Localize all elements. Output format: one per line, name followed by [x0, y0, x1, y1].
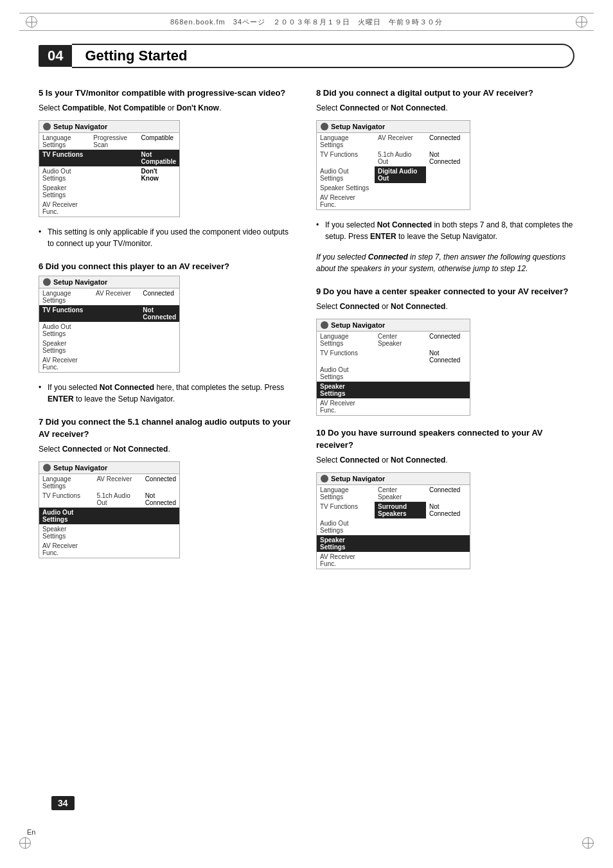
nav-row: TV Functions 5.1ch Audio Out Not Connect…: [317, 150, 470, 166]
nav-row: Language Settings Progressive Scan Compa…: [39, 133, 179, 150]
reg-mark-right: [576, 16, 587, 28]
step8-italic-note: If you selected Connected in step 7, the…: [316, 251, 574, 274]
nav-table-9: Language Settings Center Speaker Connect…: [317, 332, 470, 415]
setup-nav-title-8: Setup Navigator: [317, 121, 470, 133]
nav-row: Audio Out Settings: [39, 322, 179, 339]
nav-row: TV Functions Not Connected: [317, 348, 470, 365]
nav-table-8: Language Settings AV Receiver Connected …: [317, 133, 470, 209]
nav-table-10: Language Settings Center Speaker Connect…: [317, 485, 470, 569]
nav-icon-8: [321, 123, 328, 130]
setup-nav-step8: Setup Navigator Language Settings AV Rec…: [316, 120, 470, 210]
step6-bullet: If you selected Not Connected here, that…: [39, 382, 297, 405]
step8-bullet: If you selected Not Connected in both st…: [316, 219, 574, 242]
nav-row-highlight: Speaker Settings: [317, 382, 470, 398]
nav-row: Audio Out Settings: [317, 518, 470, 535]
setup-nav-step5: Setup Navigator Language Settings Progre…: [39, 120, 180, 217]
nav-icon-5: [43, 123, 51, 130]
step7-section: 7 Did you connect the 5.1 channel analog…: [39, 416, 297, 558]
step8-question: 8 Did you connect a digital output to yo…: [316, 87, 574, 99]
nav-row: Language Settings AV Receiver Connected: [39, 474, 179, 491]
chapter-number: 04: [39, 45, 72, 67]
nav-row: AV Receiver Func.: [39, 355, 179, 372]
nav-row: Speaker Settings: [39, 339, 179, 355]
step6-question: 6 Did you connect this player to an AV r…: [39, 261, 297, 272]
nav-row: AV Receiver Func.: [317, 398, 470, 415]
setup-nav-step10: Setup Navigator Language Settings Center…: [316, 472, 470, 569]
nav-table-7: Language Settings AV Receiver Connected …: [39, 474, 179, 558]
step8-section: 8 Did you connect a digital output to yo…: [316, 87, 574, 274]
nav-row-highlight: TV Functions Not Connected: [39, 305, 179, 322]
nav-row: AV Receiver Func.: [39, 200, 179, 217]
step7-question: 7 Did you connect the 5.1 channel analog…: [39, 416, 297, 439]
nav-row-highlight: Speaker Settings: [317, 535, 470, 552]
nav-row: Audio Out Settings: [317, 365, 470, 382]
step5-bullet: This setting is only applicable if you u…: [39, 226, 297, 249]
page-num-area: 34 En: [26, 828, 35, 836]
step8-instruction: Select Connected or Not Connected.: [316, 102, 574, 114]
reg-mark-left: [26, 16, 37, 28]
step10-instruction: Select Connected or Not Connected.: [316, 454, 574, 466]
file-meta: 868en.book.fm 34ページ ２００３年８月１９日 火曜日 午前９時３…: [170, 17, 443, 27]
nav-table-5: Language Settings Progressive Scan Compa…: [39, 133, 179, 217]
setup-nav-step7: Setup Navigator Language Settings AV Rec…: [39, 461, 180, 558]
page-number: 34: [51, 796, 75, 810]
step5-section: 5 Is your TV/monitor compatible with pro…: [39, 87, 297, 249]
top-bar: 868en.book.fm 34ページ ２００３年８月１９日 火曜日 午前９時３…: [19, 13, 594, 31]
nav-icon-10: [321, 475, 328, 483]
reg-mark-bottom-right: [582, 837, 594, 849]
bottom-reg-marks: [0, 837, 613, 849]
step5-question: 5 Is your TV/monitor compatible with pro…: [39, 87, 297, 99]
reg-mark-bottom-left: [19, 837, 31, 849]
nav-icon-9: [321, 321, 328, 329]
nav-row: Audio Out Settings Digital Audio Out: [317, 166, 470, 183]
nav-row: Language Settings Center Speaker Connect…: [317, 485, 470, 502]
nav-icon-7: [43, 464, 51, 472]
nav-row: Language Settings Center Speaker Connect…: [317, 332, 470, 348]
nav-row: Audio Out Settings Don't Know: [39, 166, 179, 183]
nav-row: TV Functions 5.1ch Audio Out Not Connect…: [39, 491, 179, 508]
nav-row: AV Receiver Func.: [317, 552, 470, 569]
nav-row: AV Receiver Func.: [39, 541, 179, 558]
nav-row-highlight: TV Functions Not Compatible: [39, 150, 179, 166]
nav-row: AV Receiver Func.: [317, 193, 470, 209]
step10-question: 10 Do you have surround speakers connect…: [316, 427, 574, 450]
nav-row: TV Functions Surround Speakers Not Conne…: [317, 502, 470, 518]
setup-nav-title-5: Setup Navigator: [39, 121, 179, 133]
step10-section: 10 Do you have surround speakers connect…: [316, 427, 574, 569]
page-sub: En: [27, 828, 35, 836]
step9-question: 9 Do you have a center speaker connected…: [316, 286, 574, 297]
chapter-title: Getting Started: [72, 44, 574, 68]
step6-section: 6 Did you connect this player to an AV r…: [39, 261, 297, 405]
content-area: 5 Is your TV/monitor compatible with pro…: [39, 87, 574, 581]
nav-row-highlight: Audio Out Settings: [39, 508, 179, 524]
nav-table-6: Language Settings AV Receiver Connected …: [39, 288, 179, 372]
setup-nav-step6: Setup Navigator Language Settings AV Rec…: [39, 276, 180, 373]
step9-section: 9 Do you have a center speaker connected…: [316, 286, 574, 416]
right-column: 8 Did you connect a digital output to yo…: [316, 87, 574, 581]
setup-nav-title-10: Setup Navigator: [317, 473, 470, 485]
step9-instruction: Select Connected or Not Connected.: [316, 301, 574, 312]
step7-instruction: Select Connected or Not Connected.: [39, 443, 297, 455]
step5-instruction: Select Compatible, Not Compatible or Don…: [39, 102, 297, 114]
setup-nav-title-6: Setup Navigator: [39, 276, 179, 288]
left-column: 5 Is your TV/monitor compatible with pro…: [39, 87, 297, 581]
setup-nav-title-9: Setup Navigator: [317, 319, 470, 332]
setup-nav-step9: Setup Navigator Language Settings Center…: [316, 319, 470, 416]
nav-row: Language Settings AV Receiver Connected: [317, 133, 470, 150]
nav-row: Language Settings AV Receiver Connected: [39, 288, 179, 305]
nav-row: Speaker Settings: [39, 524, 179, 541]
page: 868en.book.fm 34ページ ２００３年８月１９日 火曜日 午前９時３…: [0, 0, 613, 868]
nav-row: Speaker Settings: [317, 183, 470, 193]
nav-row: Speaker Settings: [39, 183, 179, 200]
nav-icon-6: [43, 278, 51, 286]
chapter-header: 04 Getting Started: [39, 44, 574, 68]
setup-nav-title-7: Setup Navigator: [39, 462, 179, 474]
